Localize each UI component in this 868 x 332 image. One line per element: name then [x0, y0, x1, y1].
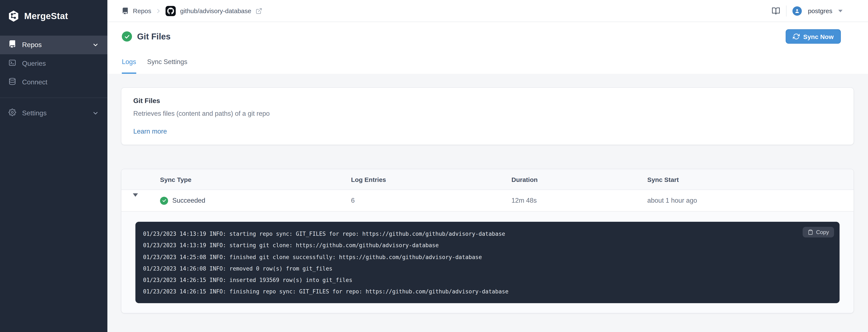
breadcrumb-repos-link[interactable]: Repos [133, 7, 151, 14]
row-sync-start: about 1 hour ago [647, 197, 854, 204]
sync-type-title: Git Files [133, 97, 842, 105]
sync-icon [793, 33, 800, 40]
topbar-divider [786, 5, 787, 16]
caret-down-icon[interactable] [838, 9, 842, 12]
brand-name: MergeStat [24, 11, 68, 21]
succeeded-check-icon [160, 197, 168, 205]
topbar: Repos github/advisory-database [107, 0, 868, 22]
column-header-log-entries: Log Entries [351, 176, 512, 183]
log-line: 01/23/2023 14:13:19 INFO: starting repo … [143, 228, 832, 240]
main-area: Repos github/advisory-database [107, 0, 868, 332]
log-line: 01/23/2023 14:26:15 INFO: finishing repo… [143, 286, 832, 298]
tab-logs[interactable]: Logs [122, 51, 136, 74]
log-line: 01/23/2023 14:26:15 INFO: inserted 19356… [143, 274, 832, 286]
clipboard-icon [807, 229, 813, 235]
table-header-row: Sync Type Log Entries Duration Sync Star… [121, 169, 854, 190]
sync-info-card: Git Files Retrieves files (content and p… [121, 87, 854, 145]
row-expand-caret[interactable] [133, 193, 138, 204]
log-line: 01/23/2023 14:13:19 INFO: starting git c… [143, 240, 832, 252]
user-menu-label[interactable]: postgres [808, 7, 832, 14]
log-line: 01/23/2023 14:25:08 INFO: finished git c… [143, 251, 832, 263]
sync-now-label: Sync Now [803, 33, 834, 40]
mergestat-logo-icon [8, 10, 20, 22]
page-header: Git Files Sync Now [107, 22, 868, 51]
column-header-duration: Duration [512, 176, 647, 183]
sidebar-item-label: Repos [22, 41, 42, 49]
learn-more-link[interactable]: Learn more [133, 128, 167, 135]
github-avatar [166, 6, 176, 16]
gear-icon [8, 108, 16, 118]
chevron-down-icon [92, 41, 99, 48]
sidebar-item-label: Connect [22, 78, 47, 86]
content-area: Git Files Retrieves files (content and p… [107, 74, 868, 332]
chevron-down-icon [92, 110, 99, 117]
column-header-sync-start: Sync Start [647, 176, 854, 183]
page-title: Git Files [137, 32, 170, 41]
row-log-entries: 6 [351, 197, 512, 204]
expanded-log-section: 01/23/2023 14:13:19 INFO: starting repo … [121, 211, 854, 313]
topbar-right: postgres [772, 5, 842, 16]
sync-logs-table: Sync Type Log Entries Duration Sync Star… [121, 169, 854, 313]
chevron-right-icon [156, 8, 161, 14]
row-duration: 12m 48s [512, 197, 647, 204]
sidebar-item-queries[interactable]: Queries [0, 54, 107, 73]
column-header-sync-type: Sync Type [160, 176, 351, 183]
copy-label: Copy [816, 229, 829, 235]
sidebar-item-label: Settings [22, 109, 47, 117]
breadcrumb-repo-name[interactable]: github/advisory-database [180, 7, 251, 14]
repo-icon [122, 7, 129, 14]
sidebar-nav: Repos Queries [0, 36, 107, 123]
sidebar-item-settings[interactable]: Settings [0, 104, 107, 123]
terminal-icon [8, 59, 16, 68]
tab-bar: Logs Sync Settings [107, 51, 868, 74]
sync-now-button[interactable]: Sync Now [786, 29, 841, 44]
table-row[interactable]: Succeeded 6 12m 48s about 1 hour ago [121, 190, 854, 211]
sidebar-divider [0, 98, 107, 98]
sidebar: MergeStat Repos [0, 0, 107, 332]
brand-logo[interactable]: MergeStat [0, 0, 107, 31]
repo-icon [8, 40, 16, 49]
external-link-icon[interactable] [255, 7, 262, 14]
sidebar-item-repos[interactable]: Repos [0, 36, 107, 54]
sync-type-description: Retrieves files (content and paths) of a… [133, 110, 842, 118]
breadcrumb: Repos github/advisory-database [122, 6, 262, 16]
app-window: MergeStat Repos [0, 0, 868, 332]
sidebar-item-connect[interactable]: Connect [0, 73, 107, 92]
user-avatar[interactable] [793, 6, 802, 15]
row-status: Succeeded [172, 197, 205, 204]
sidebar-item-label: Queries [22, 60, 46, 67]
status-check-icon [122, 31, 132, 41]
docs-book-icon[interactable] [772, 7, 780, 15]
log-terminal: 01/23/2023 14:13:19 INFO: starting repo … [135, 222, 840, 303]
log-line: 01/23/2023 14:26:08 INFO: removed 0 row(… [143, 263, 832, 274]
database-icon [8, 77, 16, 87]
tab-sync-settings[interactable]: Sync Settings [147, 51, 187, 74]
copy-button[interactable]: Copy [802, 227, 834, 237]
